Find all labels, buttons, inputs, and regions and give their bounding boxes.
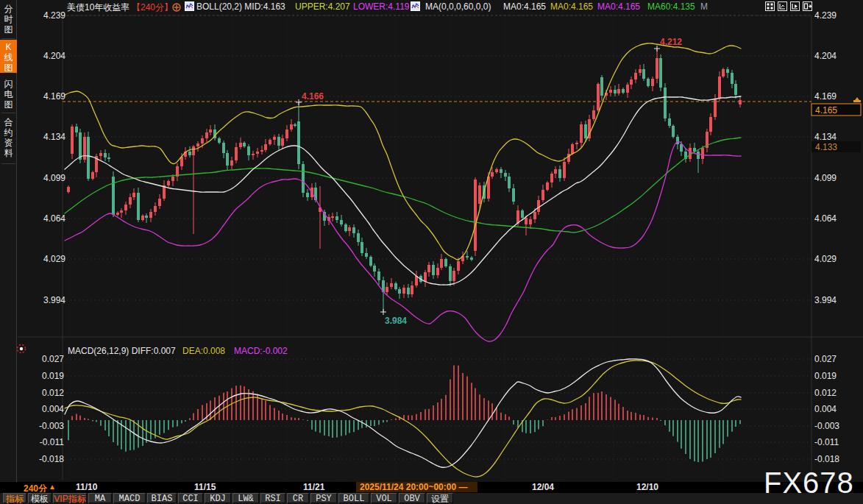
svg-text:0.004: 0.004	[814, 404, 837, 414]
svg-text:MACD:-0.002: MACD:-0.002	[234, 346, 288, 356]
svg-text:0.027: 0.027	[42, 354, 64, 364]
svg-text:4.239: 4.239	[814, 10, 837, 21]
svg-text:4.064: 4.064	[43, 213, 65, 224]
svg-text:4.165: 4.165	[815, 105, 837, 116]
svg-text:4.133: 4.133	[815, 142, 837, 152]
svg-text:-0.011: -0.011	[814, 437, 839, 447]
svg-text:0.012: 0.012	[42, 388, 64, 398]
svg-text:4.029: 4.029	[43, 254, 65, 264]
svg-text:4.169: 4.169	[43, 91, 65, 102]
svg-text:0.019: 0.019	[814, 371, 837, 381]
svg-text:MACD(26,12,9) DIFF:0.007: MACD(26,12,9) DIFF:0.007	[68, 346, 176, 356]
svg-text:0.027: 0.027	[814, 354, 837, 364]
svg-text:DEA:0.008: DEA:0.008	[182, 346, 225, 356]
svg-text:4.204: 4.204	[814, 51, 837, 61]
svg-text:3.994: 3.994	[814, 295, 837, 305]
svg-text:0.019: 0.019	[42, 371, 64, 381]
svg-text:4.204: 4.204	[43, 51, 65, 61]
svg-text:0.004: 0.004	[42, 404, 64, 414]
svg-text:3.984: 3.984	[385, 316, 407, 326]
svg-text:3.994: 3.994	[43, 295, 65, 305]
svg-text:4.166: 4.166	[302, 91, 324, 102]
svg-text:4.134: 4.134	[814, 132, 837, 142]
svg-text:-0.018: -0.018	[814, 454, 839, 464]
svg-text:4.099: 4.099	[814, 173, 837, 183]
svg-text:4.099: 4.099	[43, 173, 65, 183]
svg-text:0.012: 0.012	[814, 388, 837, 398]
svg-text:-0.018: -0.018	[39, 454, 64, 464]
svg-text:-0.011: -0.011	[40, 437, 64, 447]
svg-text:-0.003: -0.003	[39, 421, 64, 431]
svg-text:4.064: 4.064	[814, 213, 837, 224]
svg-text:4.029: 4.029	[814, 254, 837, 264]
svg-text:4.239: 4.239	[43, 10, 65, 21]
svg-text:4.169: 4.169	[814, 91, 837, 102]
svg-text:4.212: 4.212	[660, 37, 682, 47]
svg-text:-0.003: -0.003	[814, 421, 839, 431]
svg-text:4.134: 4.134	[43, 132, 65, 142]
